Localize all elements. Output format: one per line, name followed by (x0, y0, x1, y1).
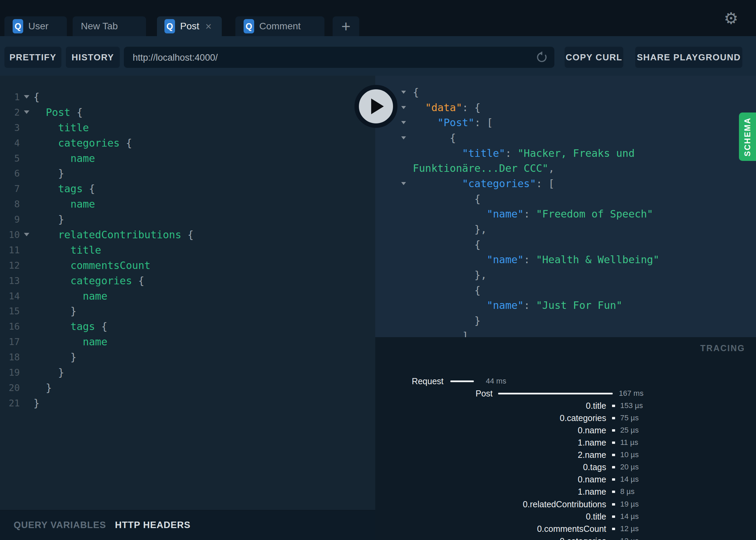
tracing-row-label: 0.name (375, 424, 606, 436)
fold-arrow-icon[interactable] (401, 121, 413, 124)
tracing-row-duration: 11 µs (620, 437, 638, 448)
tracing-row-label: 0.title (375, 511, 606, 522)
close-tab-icon[interactable]: × (205, 21, 212, 32)
duration-dot (612, 454, 615, 456)
add-tab-button[interactable]: + (333, 16, 359, 36)
response-line: "data": { (375, 100, 756, 115)
endpoint-url-input[interactable] (132, 47, 526, 69)
editor-line: 1{ (0, 89, 375, 105)
editor-line: 10 relatedContributions { (0, 227, 375, 242)
duration-bar (498, 393, 613, 394)
prettify-button[interactable]: PRETTIFY (4, 47, 61, 68)
share-playground-button[interactable]: SHARE PLAYGROUND (635, 47, 742, 68)
line-number: 13 (0, 275, 20, 286)
code-text: tags { (33, 183, 95, 195)
tab-new-tab[interactable]: New Tab (73, 16, 146, 36)
response-pane: { "data": { "Post": [ { "title": "Hacker… (375, 76, 756, 337)
schema-side-tab[interactable]: SCHEMA (739, 112, 756, 161)
history-button[interactable]: HISTORY (66, 47, 120, 68)
code-text: tags { (33, 320, 107, 332)
endpoint-url-bar (124, 47, 554, 68)
tracing-row-duration: 12 µs (620, 523, 639, 535)
query-editor[interactable]: 1{2 Post {3 title4 categories {5 name6 }… (0, 76, 375, 510)
line-number: 20 (0, 382, 20, 393)
response-line: ] (375, 328, 756, 337)
response-line: { (375, 85, 756, 100)
fold-arrow-icon[interactable] (401, 106, 413, 109)
code-text: { (413, 284, 481, 296)
code-text: categories { (33, 137, 132, 149)
code-text: "data": { (413, 102, 481, 114)
execute-query-button[interactable] (354, 85, 397, 128)
duration-dot (612, 405, 615, 407)
tracing-row-duration: 10 µs (620, 449, 639, 461)
code-text: } (413, 315, 481, 327)
response-line: }, (375, 267, 756, 283)
tracing-row-label: 0.categories (375, 535, 606, 540)
editor-line: 17 name (0, 334, 375, 349)
tab-comment[interactable]: QComment (235, 16, 324, 36)
line-number: 7 (0, 183, 20, 194)
query-variables-toggle[interactable]: QUERY VARIABLES (14, 520, 106, 530)
code-text: }, (413, 269, 487, 281)
tracing-row-duration: 25 µs (620, 424, 639, 436)
http-headers-toggle[interactable]: HTTP HEADERS (115, 520, 191, 530)
response-line: } (375, 313, 756, 328)
code-text: relatedContributions { (33, 229, 194, 241)
copy-curl-button[interactable]: COPY CURL (565, 47, 623, 68)
tracing-row-duration: 14 µs (620, 474, 639, 485)
editor-line: 3 title (0, 120, 375, 135)
tab-post[interactable]: QPost× (157, 16, 222, 36)
response-line: "name": "Just For Fun" (375, 298, 756, 313)
editor-line: 12 commentsCount (0, 258, 375, 273)
tracing-row-label: Request (375, 375, 444, 387)
fold-arrow-icon[interactable] (401, 182, 413, 185)
tracing-row: 2.name10 µs (375, 449, 756, 461)
settings-gear-icon[interactable]: ⚙ (724, 9, 738, 28)
tracing-row-duration: 20 µs (620, 461, 639, 473)
response-line: { (375, 130, 756, 146)
line-number: 15 (0, 306, 20, 316)
code-text: "categories": [ (413, 178, 554, 190)
line-number: 18 (0, 352, 20, 362)
tab-label: Comment (259, 21, 301, 32)
editor-line: 19 } (0, 365, 375, 380)
code-text: title (33, 244, 101, 256)
reload-schema-icon[interactable] (535, 51, 548, 64)
code-text: "title": "Hacker, Freaks und (413, 147, 635, 159)
code-text: title (33, 122, 89, 134)
fold-arrow-icon[interactable] (20, 110, 33, 114)
code-text: } (33, 366, 64, 378)
tab-user[interactable]: QUser (4, 16, 67, 36)
code-text: "name": "Freedom of Speech" (413, 208, 653, 220)
tab-label: Post (180, 21, 199, 32)
tab-label: New Tab (81, 21, 118, 32)
line-number: 17 (0, 336, 20, 347)
line-number: 21 (0, 398, 20, 408)
editor-line: 18 } (0, 349, 375, 365)
code-text: { (413, 239, 481, 251)
response-line: "categories": [ (375, 176, 756, 191)
duration-dot (612, 417, 615, 419)
toolbar: PRETTIFY HISTORY COPY CURL SHARE PLAYGRO… (0, 36, 756, 76)
response-line: { (375, 237, 756, 252)
code-text: "Post": [ (413, 117, 493, 129)
code-text: } (33, 351, 76, 363)
tab-bar: QUserNew TabQPost×QComment + ⚙ (0, 0, 756, 36)
fold-arrow-icon[interactable] (20, 95, 33, 99)
editor-line: 6 } (0, 166, 375, 181)
fold-arrow-icon[interactable] (20, 233, 33, 236)
response-line: { (375, 191, 756, 207)
tracing-row-duration: 8 µs (620, 486, 635, 497)
duration-dot (612, 515, 615, 518)
line-number: 11 (0, 245, 20, 255)
fold-arrow-icon[interactable] (401, 136, 413, 139)
tracing-row-label: 0.tags (375, 461, 606, 473)
fold-arrow-icon[interactable] (401, 91, 413, 94)
editor-line: 4 categories { (0, 135, 375, 151)
code-text: name (33, 290, 107, 302)
line-number: 4 (0, 138, 20, 148)
line-number: 6 (0, 168, 20, 179)
editor-line: 13 categories { (0, 273, 375, 288)
editor-line: 21} (0, 395, 375, 411)
